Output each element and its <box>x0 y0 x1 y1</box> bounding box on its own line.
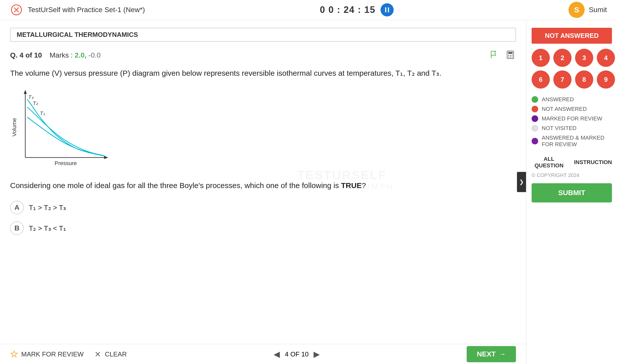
svg-point-9 <box>512 55 513 56</box>
question-number-9[interactable]: 9 <box>597 70 615 89</box>
option-a: A T₁ > T₂ > T₃ <box>10 201 516 214</box>
svg-text:T₃: T₃ <box>28 94 34 100</box>
header-right: S Sumit <box>568 2 607 18</box>
not-visited-label: NOT VISITED <box>542 125 577 132</box>
marks-label-text: Marks : <box>50 51 73 59</box>
calculator-button[interactable] <box>505 49 516 61</box>
flag-button[interactable] <box>489 49 500 61</box>
next-arrow-button[interactable]: ▶ <box>314 349 320 359</box>
left-panel: METALLURGICAL THERMODYNAMICS Q. 4 of 10 … <box>0 20 526 364</box>
pause-button[interactable] <box>381 3 394 16</box>
question-grid: 1 2 3 4 5 6 7 8 9 10 <box>532 49 612 89</box>
header-left: TestUrSelf with Practice Set-1 (New*) <box>10 4 145 16</box>
svg-text:Pressure: Pressure <box>55 160 77 166</box>
question-label: Q. 4 of 10 <box>10 51 42 59</box>
svg-text:T₁: T₁ <box>40 111 45 116</box>
svg-point-7 <box>508 55 509 56</box>
legend-answered-marked: ANSWERED & MARKED FOR REVIEW <box>532 135 612 148</box>
option-a-label[interactable]: A <box>10 201 24 214</box>
answered-label: ANSWERED <box>542 96 574 103</box>
marked-dot <box>532 115 538 122</box>
header-center: 0 0 : 24 : 15 <box>320 3 394 16</box>
next-label: NEXT <box>477 350 496 358</box>
question-meta: Q. 4 of 10 Marks : 2.0, -0.0 <box>10 51 101 59</box>
svg-text:Volume: Volume <box>11 118 17 136</box>
instruction-button[interactable]: INSTRUCTION <box>574 156 612 169</box>
right-panel: NOT ANSWERED 1 2 3 4 5 6 7 8 9 10 ANSWER… <box>526 20 617 364</box>
question-number-3[interactable]: 3 <box>575 49 593 67</box>
subject-badge: METALLURGICAL THERMODYNAMICS <box>10 28 516 42</box>
not-visited-dot <box>532 125 538 132</box>
not-answered-label: NOT ANSWERED <box>542 106 587 112</box>
mark-review-label: MARK FOR REVIEW <box>21 350 84 358</box>
svg-rect-3 <box>385 7 386 12</box>
svg-marker-15 <box>24 90 27 94</box>
test-title: TestUrSelf with Practice Set-1 (New*) <box>28 6 145 14</box>
next-button[interactable]: NEXT → <box>467 346 516 362</box>
option-b-label[interactable]: B <box>10 221 24 235</box>
bottom-left: MARK FOR REVIEW CLEAR <box>10 350 127 358</box>
timer: 0 0 : 24 : 15 <box>320 5 375 15</box>
question-number-6[interactable]: 6 <box>532 70 550 89</box>
all-question-button[interactable]: ALL QUESTION <box>532 156 566 169</box>
svg-marker-22 <box>11 351 17 357</box>
question-number-1[interactable]: 1 <box>532 49 550 67</box>
svg-point-11 <box>510 57 511 58</box>
legend-not-visited: NOT VISITED <box>532 125 612 132</box>
user-name: Sumit <box>589 6 607 14</box>
avatar: S <box>568 2 585 18</box>
marks-negative: -0.0 <box>88 51 101 59</box>
question-body: Considering one mole of ideal gas for al… <box>10 179 516 192</box>
question-header: Q. 4 of 10 Marks : 2.0, -0.0 <box>10 49 516 61</box>
svg-text:T₂: T₂ <box>33 100 38 106</box>
question-number-2[interactable]: 2 <box>553 49 572 67</box>
main-layout: METALLURGICAL THERMODYNAMICS Q. 4 of 10 … <box>0 20 617 364</box>
svg-point-8 <box>510 55 511 56</box>
legend: ANSWERED NOT ANSWERED MARKED FOR REVIEW … <box>532 96 612 151</box>
not-answered-status: NOT ANSWERED <box>532 28 612 44</box>
collapse-arrow[interactable]: ❯ <box>517 172 526 192</box>
graph-area: Volume Pressure T₃ T₂ T₁ <box>10 87 516 169</box>
close-button[interactable] <box>10 4 23 16</box>
bottom-bar: MARK FOR REVIEW CLEAR ◀ 4 OF 10 ▶ NEXT → <box>0 344 526 364</box>
svg-rect-4 <box>388 7 389 12</box>
marks-label: Marks : 2.0, -0.0 <box>50 51 101 59</box>
answered-dot <box>532 96 538 103</box>
page-current: 4 <box>285 350 289 358</box>
legend-not-answered: NOT ANSWERED <box>532 106 612 112</box>
answered-marked-label: ANSWERED & MARKED FOR REVIEW <box>542 135 612 148</box>
mark-review-button[interactable]: MARK FOR REVIEW <box>10 350 84 358</box>
legend-answered: ANSWERED <box>532 96 612 103</box>
svg-point-12 <box>512 57 513 58</box>
option-b: B T₂ > T₃ < T₁ <box>10 221 516 235</box>
legend-marked: MARKED FOR REVIEW <box>532 115 612 122</box>
question-number-4[interactable]: 4 <box>597 49 615 67</box>
prev-button[interactable]: ◀ <box>274 349 280 359</box>
marks-positive: 2.0, <box>75 51 87 59</box>
marked-label: MARKED FOR REVIEW <box>542 115 602 122</box>
bottom-links: ALL QUESTION INSTRUCTION <box>532 156 612 169</box>
svg-point-10 <box>508 57 509 58</box>
not-answered-dot <box>532 106 538 112</box>
page-indicator: 4 OF 10 <box>285 350 309 358</box>
options-list: A T₁ > T₂ > T₃ B T₂ > T₃ < T₁ <box>10 201 516 235</box>
answered-marked-dot <box>532 138 538 144</box>
question-number-8[interactable]: 8 <box>575 70 593 89</box>
submit-button[interactable]: SUBMIT <box>532 183 612 202</box>
header-icons <box>489 49 516 61</box>
option-b-text: T₂ > T₃ < T₁ <box>29 224 66 232</box>
svg-marker-16 <box>104 156 108 159</box>
header: TestUrSelf with Practice Set-1 (New*) 0 … <box>0 0 617 20</box>
question-number-7[interactable]: 7 <box>553 70 572 89</box>
clear-button[interactable]: CLEAR <box>94 350 127 358</box>
option-a-text: T₁ > T₂ > T₃ <box>29 203 66 212</box>
vp-graph: Volume Pressure T₃ T₂ T₁ <box>10 87 116 168</box>
copyright: © COPYRIGHT 2024 <box>532 172 612 178</box>
clear-label: CLEAR <box>105 350 127 358</box>
question-text: The volume (V) versus pressure (P) diagr… <box>10 67 516 79</box>
svg-rect-6 <box>508 52 513 54</box>
bottom-center: ◀ 4 OF 10 ▶ <box>274 349 320 359</box>
page-total: OF 10 <box>290 350 308 358</box>
next-icon: → <box>499 350 506 358</box>
